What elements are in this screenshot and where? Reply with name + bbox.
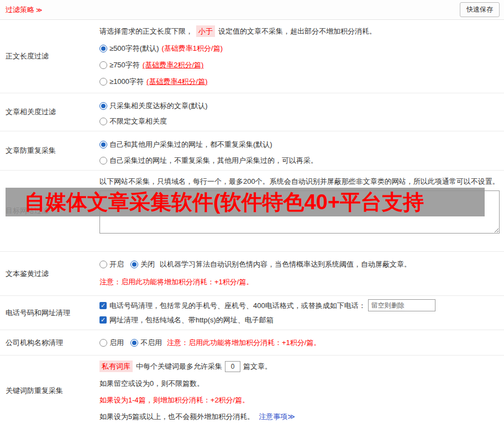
row-label-text: 正文长度过滤 bbox=[6, 51, 49, 61]
length-intro: 请选择需求的正文长度下限， 小于 设定值的文章不采集，超出部分不增加积分消耗。 bbox=[99, 25, 500, 37]
length-750-radio[interactable] bbox=[99, 61, 107, 69]
row-content-company: 启用 不启用 注意：启用此功能将增加积分消耗：+1积分/篇。 bbox=[98, 330, 504, 355]
length-intro-highlight: 小于 bbox=[196, 25, 215, 37]
porn-filter-description: 以机器学习算法自动识别色情内容，当色情概率达到系统阈值，自动屏蔽文章。 bbox=[160, 259, 411, 269]
row-content-keyword: 私有词库 中每个关键词最多允许采集 篇文章。 如果留空或设为0，则不限篇数。 如… bbox=[98, 356, 504, 424]
company-on-label: 启用 bbox=[109, 337, 124, 348]
row-label-text: 电话号码和网址清理 bbox=[6, 308, 70, 318]
filter-strategy-title[interactable]: 过滤策略≫ bbox=[6, 5, 43, 15]
company-clean-options: 启用 不启用 注意：启用此功能将增加积分消耗：+1积分/篇。 bbox=[99, 337, 500, 348]
porn-on-label: 开启 bbox=[109, 259, 124, 269]
row-label-text: 文章防重复采集 bbox=[6, 146, 56, 156]
company-off-radio[interactable] bbox=[130, 339, 138, 347]
row-label-relevance: 文章相关度过滤 bbox=[0, 93, 98, 131]
row-label-length: 正文长度过滤 bbox=[0, 20, 98, 93]
row-content-dedup: 自己和其他用户采集过的网址，都不重复采集(默认) 自己采集过的网址，不重复采集，… bbox=[98, 131, 504, 170]
length-1000-label: ≥1000字符 bbox=[109, 76, 144, 87]
dedup-all-label: 自己和其他用户采集过的网址，都不重复采集(默认) bbox=[109, 139, 272, 150]
row-label-text: 文章相关度过滤 bbox=[6, 107, 56, 117]
notice-link[interactable]: 注意事项≫ bbox=[259, 411, 295, 422]
dedup-self-label: 自己采集过的网址，不重复采集，其他用户采集过的，可以再采。 bbox=[109, 155, 318, 166]
length-750-note: (基础费率2积分/篇) bbox=[143, 60, 204, 70]
watermark-text: 自媒体文章采集软件(软件特色40+平台支持 bbox=[6, 188, 424, 216]
company-clean-note: 注意：启用此功能将增加积分消耗：+1积分/篇。 bbox=[167, 337, 321, 348]
row-label-phone-url: 电话号码和网址清理 bbox=[0, 296, 98, 330]
length-option-750: ≥750字符 (基础费率2积分/篇) bbox=[99, 60, 500, 70]
row-label-text: 文本鉴黄过滤 bbox=[6, 269, 49, 279]
phone-replace-input[interactable] bbox=[368, 299, 435, 311]
phone-clean-label: 电话号码清理，包括常见的手机号、座机号、400电话格式，或替换成如下电话： bbox=[109, 300, 366, 311]
dedup-option-self: 自己采集过的网址，不重复采集，其他用户采集过的，可以再采。 bbox=[99, 155, 500, 166]
row-label-text: 公司机构名称清理 bbox=[6, 338, 63, 348]
length-intro-post: 设定值的文章不采集，超出部分不增加积分消耗。 bbox=[218, 26, 376, 36]
chevron-down-icon: ≫ bbox=[36, 7, 43, 13]
url-clean-checkbox[interactable] bbox=[99, 316, 107, 324]
dedup-self-radio[interactable] bbox=[99, 157, 107, 165]
keyword-count-suffix: 篇文章。 bbox=[243, 361, 272, 372]
phone-clean-checkbox[interactable] bbox=[99, 302, 107, 309]
row-label-dedup: 文章防重复采集 bbox=[0, 131, 98, 170]
page-title-text: 过滤策略 bbox=[6, 6, 34, 14]
keyword-note-free-line: 如果设为5篇或以上，也不会额外增加积分消耗。 注意事项≫ bbox=[99, 411, 500, 422]
length-option-500: ≥500字符(默认) (基础费率1积分/篇) bbox=[99, 43, 500, 54]
target-site-description: 以下网站不采集，只填域名，每行一个，最多200个。系统会自动识别并屏蔽那些非文章… bbox=[99, 176, 500, 187]
dedup-option-all: 自己和其他用户采集过的网址，都不重复采集(默认) bbox=[99, 139, 500, 150]
row-porn-filter: 文本鉴黄过滤 开启 关闭 以机器学习算法自动识别色情内容，当色情概率达到系统阈值… bbox=[0, 252, 504, 296]
length-500-note: (基础费率1积分/篇) bbox=[161, 43, 223, 54]
row-content-phone-url: 电话号码清理，包括常见的手机号、座机号、400电话格式，或替换成如下电话： 网址… bbox=[98, 296, 504, 330]
keyword-count-text: 中每个关键词最多允许采集 bbox=[136, 361, 222, 372]
row-content-length: 请选择需求的正文长度下限， 小于 设定值的文章不采集，超出部分不增加积分消耗。 … bbox=[98, 20, 504, 93]
company-on-radio[interactable] bbox=[99, 339, 107, 347]
porn-filter-note: 注意：启用此功能将增加积分消耗：+1积分/篇。 bbox=[99, 277, 500, 287]
row-content-relevance: 只采集相关度达标的文章(默认) 不限定文章相关度 bbox=[98, 93, 504, 131]
keyword-note-free-text: 如果设为5篇或以上，也不会额外增加积分消耗。 bbox=[99, 411, 254, 422]
length-500-radio[interactable] bbox=[99, 45, 107, 52]
phone-clean-line: 电话号码清理，包括常见的手机号、座机号、400电话格式，或替换成如下电话： bbox=[99, 299, 500, 311]
quick-save-button[interactable]: 快速保存 bbox=[460, 2, 500, 17]
porn-off-radio[interactable] bbox=[130, 261, 138, 268]
row-label-porn: 文本鉴黄过滤 bbox=[0, 252, 98, 295]
row-label-text: 关键词防重复采集 bbox=[6, 386, 63, 396]
porn-on-radio[interactable] bbox=[99, 261, 107, 268]
row-keyword-dedup: 关键词防重复采集 私有词库 中每个关键词最多允许采集 篇文章。 如果留空或设为0… bbox=[0, 356, 504, 424]
keyword-note-unlimited: 如果留空或设为0，则不限篇数。 bbox=[99, 378, 500, 389]
length-500-label: ≥500字符(默认) bbox=[109, 43, 159, 54]
keyword-note-cost: 如果设为1-4篇，则增加积分消耗：+2积分/篇。 bbox=[99, 395, 500, 405]
length-option-1000: ≥1000字符 (基础费率4积分/篇) bbox=[99, 76, 500, 87]
porn-filter-options: 开启 关闭 以机器学习算法自动识别色情内容，当色情概率达到系统阈值，自动屏蔽文章… bbox=[99, 259, 500, 269]
relevance-option-any: 不限定文章相关度 bbox=[99, 116, 500, 126]
company-off-label: 不启用 bbox=[140, 337, 162, 348]
private-thesaurus-badge: 私有词库 bbox=[99, 361, 133, 372]
url-clean-line: 网址清理，包括纯域名、带http(s)的网址、电子邮箱 bbox=[99, 315, 500, 325]
row-company-clean: 公司机构名称清理 启用 不启用 注意：启用此功能将增加积分消耗：+1积分/篇。 bbox=[0, 330, 504, 356]
row-label-company: 公司机构名称清理 bbox=[0, 330, 98, 355]
keyword-count-line: 私有词库 中每个关键词最多允许采集 篇文章。 bbox=[99, 361, 500, 372]
topbar: 过滤策略≫ 快速保存 bbox=[0, 0, 504, 20]
length-intro-pre: 请选择需求的正文长度下限， bbox=[99, 26, 193, 36]
length-1000-radio[interactable] bbox=[99, 78, 107, 86]
relevance-strict-label: 只采集相关度达标的文章(默认) bbox=[109, 100, 208, 111]
relevance-strict-radio[interactable] bbox=[99, 102, 107, 110]
row-dedup-filter: 文章防重复采集 自己和其他用户采集过的网址，都不重复采集(默认) 自己采集过的网… bbox=[0, 131, 504, 171]
relevance-option-strict: 只采集相关度达标的文章(默认) bbox=[99, 100, 500, 111]
row-phone-url-clean: 电话号码和网址清理 电话号码清理，包括常见的手机号、座机号、400电话格式，或替… bbox=[0, 296, 504, 330]
row-label-keyword: 关键词防重复采集 bbox=[0, 356, 98, 424]
row-length-filter: 正文长度过滤 请选择需求的正文长度下限， 小于 设定值的文章不采集，超出部分不增… bbox=[0, 20, 504, 93]
url-clean-label: 网址清理，包括纯域名、带http(s)的网址、电子邮箱 bbox=[109, 315, 274, 325]
watermark-banner: 自媒体文章采集软件(软件特色40+平台支持 bbox=[6, 188, 485, 216]
keyword-count-input[interactable] bbox=[225, 361, 240, 372]
length-750-label: ≥750字符 bbox=[109, 60, 140, 70]
relevance-any-radio[interactable] bbox=[99, 118, 107, 125]
length-1000-note: (基础费率4积分/篇) bbox=[146, 76, 208, 87]
row-relevance-filter: 文章相关度过滤 只采集相关度达标的文章(默认) 不限定文章相关度 bbox=[0, 93, 504, 131]
relevance-any-label: 不限定文章相关度 bbox=[109, 116, 167, 126]
row-content-porn: 开启 关闭 以机器学习算法自动识别色情内容，当色情概率达到系统阈值，自动屏蔽文章… bbox=[98, 252, 504, 295]
dedup-all-radio[interactable] bbox=[99, 141, 107, 149]
porn-off-label: 关闭 bbox=[140, 259, 155, 269]
